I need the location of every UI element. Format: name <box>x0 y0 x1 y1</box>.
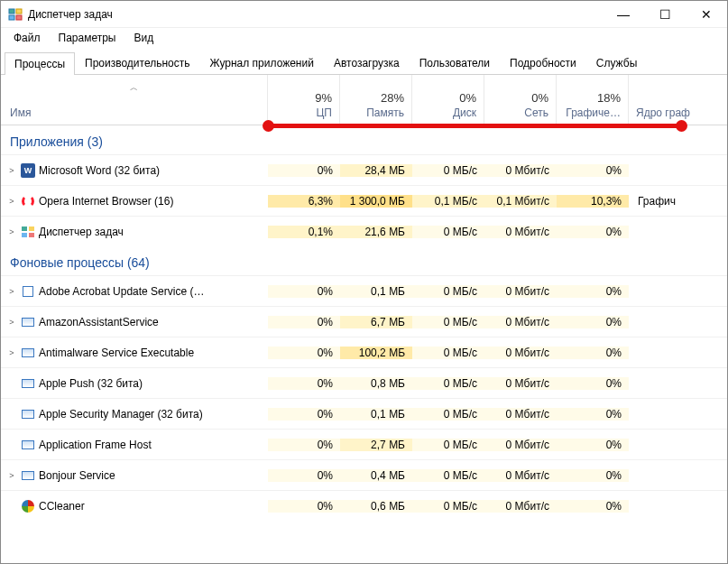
svg-rect-7 <box>29 233 34 237</box>
group-header[interactable]: Приложения (3) <box>1 125 727 154</box>
table-row[interactable]: Apple Push (32 бита)0%0,8 МБ0 МБ/с0 Мбит… <box>1 367 727 398</box>
cell-metric: 0% <box>268 500 340 513</box>
table-row[interactable]: >Antimalware Service Executable0%100,2 М… <box>1 337 727 367</box>
process-name: Bonjour Service <box>39 469 115 482</box>
generic-icon <box>21 315 35 329</box>
column-label: Сеть <box>484 106 548 119</box>
cell-metric: 0% <box>557 285 629 298</box>
tab[interactable]: Автозагрузка <box>324 51 410 74</box>
cell-metric: 0% <box>268 285 340 298</box>
column-percent: 9% <box>268 91 332 105</box>
table-row[interactable]: Apple Security Manager (32 бита)0%0,1 МБ… <box>1 398 727 429</box>
minimize-button[interactable]: — <box>603 1 644 28</box>
cell-metric: 0 Мбит/с <box>484 377 557 390</box>
cell-metric: 10,3% <box>557 195 629 208</box>
cell-name: >Antimalware Service Executable <box>1 346 268 360</box>
table-row[interactable]: Application Frame Host0%2,7 МБ0 МБ/с0 Мб… <box>1 429 727 459</box>
column-header-gpu-engine[interactable]: Ядро граф <box>629 75 727 125</box>
cell-metric: 0,8 МБ <box>340 377 412 390</box>
cell-metric: 0% <box>557 347 629 359</box>
close-button[interactable]: ✕ <box>686 1 727 28</box>
table-row[interactable]: CCleaner0%0,6 МБ0 МБ/с0 Мбит/с0% <box>1 490 727 521</box>
column-extra-label: Ядро граф <box>636 106 727 119</box>
process-name: Apple Push (32 бита) <box>39 377 143 390</box>
cell-name: >WMicrosoft Word (32 бита) <box>1 163 268 178</box>
cell-metric: 21,6 МБ <box>340 226 412 238</box>
generic-icon <box>21 346 35 360</box>
process-name: AmazonAssistantService <box>39 316 159 328</box>
tab[interactable]: Службы <box>586 51 647 74</box>
column-header[interactable]: 18%Графиче… <box>557 75 629 125</box>
cell-metric: 0 МБ/с <box>412 226 484 238</box>
generic-icon <box>21 376 35 391</box>
process-name: Antimalware Service Executable <box>39 347 194 359</box>
table-row[interactable]: >Bonjour Service0%0,4 МБ0 МБ/с0 Мбит/с0% <box>1 459 727 490</box>
tab[interactable]: Производительность <box>75 51 199 74</box>
cell-metric: 0 Мбит/с <box>484 226 557 238</box>
column-header[interactable]: 0%Диск <box>412 75 484 125</box>
cc-icon <box>21 499 35 513</box>
maximize-button[interactable]: ☐ <box>644 1 686 28</box>
cell-metric: 0 Мбит/с <box>484 164 557 177</box>
column-header[interactable]: 0%Сеть <box>484 75 557 125</box>
column-header[interactable]: 9%ЦП <box>268 75 340 125</box>
column-label: Графиче… <box>557 106 621 119</box>
tab[interactable]: Процессы <box>5 52 75 75</box>
cell-metric: 0 МБ/с <box>412 164 484 177</box>
column-header-name[interactable]: ︿ Имя <box>1 75 268 125</box>
svg-rect-0 <box>9 9 14 14</box>
table-row[interactable]: >Adobe Acrobat Update Service (…0%0,1 МБ… <box>1 275 727 306</box>
menu-item[interactable]: Файл <box>5 30 50 46</box>
cell-metric: 0,1 МБ/с <box>412 195 484 208</box>
annotation-line <box>268 124 683 128</box>
process-list[interactable]: Приложения (3)>WMicrosoft Word (32 бита)… <box>1 125 727 564</box>
menu-item[interactable]: Параметры <box>50 30 125 46</box>
column-header[interactable]: 28%Память <box>340 75 412 125</box>
svg-rect-6 <box>22 233 27 237</box>
cell-metric: 0% <box>557 316 629 328</box>
table-row[interactable]: >Диспетчер задач0,1%21,6 МБ0 МБ/с0 Мбит/… <box>1 216 727 246</box>
opera-icon <box>21 194 35 208</box>
expander-icon[interactable]: > <box>6 166 17 175</box>
expander-icon[interactable]: > <box>6 227 17 236</box>
cell-metric: 0 Мбит/с <box>484 285 557 298</box>
annotation-dot-right <box>676 120 687 132</box>
cell-metric: 0,1 Мбит/с <box>484 195 557 208</box>
cell-metric: 0% <box>557 439 629 451</box>
svg-rect-5 <box>29 227 34 231</box>
table-row[interactable]: >AmazonAssistantService0%6,7 МБ0 МБ/с0 М… <box>1 306 727 337</box>
cell-name: >Bonjour Service <box>1 468 268 483</box>
process-name: Adobe Acrobat Update Service (… <box>39 285 204 298</box>
group-header[interactable]: Фоновые процессы (64) <box>1 246 727 275</box>
column-label: Память <box>340 106 404 119</box>
box-icon <box>21 284 35 299</box>
tab[interactable]: Пользователи <box>410 51 500 74</box>
expander-icon[interactable]: > <box>6 197 17 206</box>
expander-icon[interactable]: > <box>6 348 17 357</box>
expander-icon[interactable]: > <box>6 318 17 327</box>
cell-metric: 0% <box>268 408 340 421</box>
cell-metric: 6,3% <box>268 195 340 208</box>
cell-metric: 28,4 МБ <box>340 164 412 177</box>
column-percent: 0% <box>484 91 548 105</box>
menu-item[interactable]: Вид <box>124 30 162 46</box>
cell-metric: 100,2 МБ <box>340 347 412 359</box>
cell-name: >Opera Internet Browser (16) <box>1 194 268 208</box>
cell-metric: 0% <box>268 347 340 359</box>
cell-metric: 0 МБ/с <box>412 316 484 328</box>
expander-icon[interactable]: > <box>6 287 17 296</box>
tab[interactable]: Подробности <box>500 51 586 74</box>
cell-metric: 0,4 МБ <box>340 469 412 482</box>
cell-metric: 0 МБ/с <box>412 347 484 359</box>
process-name: Apple Security Manager (32 бита) <box>39 408 203 421</box>
expander-icon[interactable]: > <box>6 471 17 480</box>
titlebar[interactable]: Диспетчер задач — ☐ ✕ <box>1 1 727 28</box>
generic-icon <box>21 407 35 421</box>
svg-rect-2 <box>9 15 14 20</box>
cell-name: >Adobe Acrobat Update Service (… <box>1 284 268 299</box>
table-row[interactable]: >WMicrosoft Word (32 бита)0%28,4 МБ0 МБ/… <box>1 154 727 185</box>
cell-name: >AmazonAssistantService <box>1 315 268 329</box>
cell-metric: 0% <box>557 408 629 421</box>
tab[interactable]: Журнал приложений <box>200 51 324 74</box>
table-row[interactable]: >Opera Internet Browser (16)6,3%1 300,0 … <box>1 185 727 216</box>
